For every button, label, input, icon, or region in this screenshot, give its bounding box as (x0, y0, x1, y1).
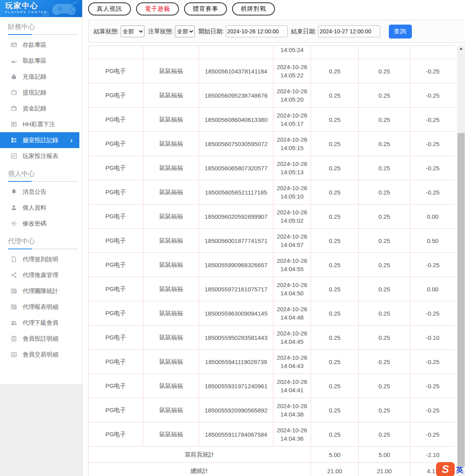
bet-amount-cell: 0.25 (311, 253, 359, 277)
bet-time-cell: 2024-10-2614:05:02 (273, 204, 311, 229)
sidebar-item[interactable]: 取款專區 (0, 53, 82, 69)
sidebar-item-label: 會員投註明細 (23, 335, 58, 343)
sidebar-header: 玩家中心 PLAYERS CENTER (0, 0, 82, 17)
sidebar-item[interactable]: 代理下級會員 (0, 315, 82, 331)
search-button[interactable]: 查詢 (389, 25, 412, 39)
bet-amount-cell: 0.25 (311, 374, 359, 398)
valid-bet-cell: 0.25 (359, 204, 410, 229)
bet-amount-cell: 0.25 (311, 156, 359, 180)
sidebar-item[interactable]: 會員投註明細 (0, 331, 82, 347)
provider-cell: PG电子 (88, 204, 143, 229)
valid-bet-cell: 0.25 (359, 350, 410, 374)
sidebar-item[interactable]: 會員交易明細 (0, 347, 82, 362)
bet-id-cell: 1850056104378141184 (199, 59, 273, 83)
provider-cell: PG电子 (88, 277, 143, 301)
scroll-up-icon (459, 48, 463, 50)
start-date-input[interactable] (226, 25, 288, 37)
sidebar-item[interactable]: 個人資料 (0, 200, 82, 216)
win-loss-cell: 0.50 (410, 229, 455, 253)
bet-date: 2024-10-26 (273, 63, 311, 71)
win-loss-cell: -0.25 (410, 108, 455, 132)
sidebar-item[interactable]: 代理報表明細 (0, 299, 82, 315)
valid-bet-cell: 0.25 (359, 180, 410, 204)
game-cell: 鼠鼠福福 (143, 422, 199, 447)
sidebar-item[interactable]: 資金記錄 (0, 100, 82, 116)
valid-bet-cell: 0.25 (359, 83, 410, 108)
tab-1[interactable]: 電子遊藝 (136, 2, 179, 15)
betlist-icon (11, 137, 17, 143)
bet-date: 2024-10-26 (273, 256, 311, 265)
bet-records-body: 14:05:24PG电子鼠鼠福福18500561043781411842024-… (88, 46, 455, 476)
win-loss-cell: -0.25 (410, 59, 455, 83)
provider-cell: PG电子 (88, 422, 143, 447)
settle-status-select[interactable]: 全部 (121, 25, 144, 37)
sidebar-item[interactable]: 提現記錄 (0, 85, 82, 100)
sidebar-item-label: 充值記錄 (23, 73, 46, 81)
summary-row: 當前頁統計5.005.00-2.10 (88, 447, 455, 463)
win-loss-cell: -0.25 (410, 83, 455, 108)
valid-bet-cell: 0.25 (359, 326, 410, 350)
win-loss-cell: -0.25 (410, 422, 455, 447)
end-date-input[interactable] (318, 25, 380, 37)
funds-icon (11, 105, 17, 112)
bet-id-cell: 1850056095238748676 (199, 83, 273, 108)
sidebar-item[interactable]: 修改密碼 (0, 216, 82, 231)
provider-cell: PG电子 (88, 59, 143, 83)
scroll-up-button[interactable] (457, 46, 465, 52)
win-loss-cell: -0.25 (410, 350, 455, 374)
sidebar-item[interactable]: 存款專區 (0, 37, 82, 53)
sidebar-item[interactable]: 代理推廣管理 (0, 267, 82, 283)
sidebar-item-label: 代理報表明細 (23, 303, 58, 311)
bet-id-cell: 1850056020592699907 (199, 204, 273, 229)
bet-amount-cell: 0.25 (311, 350, 359, 374)
section-title: 代理中心 (0, 231, 82, 249)
bet-id-cell: 1850055950283581443 (199, 326, 273, 350)
table-row: PG电子鼠鼠福福18500559502835814432024-10-2614:… (88, 326, 455, 350)
sidebar-item[interactable]: HH彩票下注 (0, 116, 82, 132)
tab-3[interactable]: 棋牌對戰 (232, 2, 275, 15)
table-cell (199, 46, 273, 59)
sidebar-item[interactable]: 玩家投注報表 (0, 148, 82, 164)
bet-date: 2024-10-26 (273, 305, 311, 313)
vertical-scrollbar[interactable] (457, 46, 465, 476)
valid-bet-cell: 0.25 (359, 59, 410, 83)
bet-time-cell: 2024-10-2614:05:20 (273, 83, 311, 108)
bet-time: 14:05:22 (273, 71, 311, 79)
table-row: PG电子鼠鼠福福18500561043781411842024-10-2614:… (88, 59, 455, 83)
end-date-label: 結束日期: (291, 28, 317, 35)
order-status-select[interactable]: 全部 (175, 25, 195, 37)
bet-time-cell: 2024-10-2614:04:41 (273, 374, 311, 398)
sidebar-item[interactable]: 廳室投註記錄› (0, 132, 79, 148)
provider-cell: PG电子 (88, 350, 143, 374)
summary-label-cell: 總統計 (88, 463, 311, 476)
tab-2[interactable]: 體育賽事 (184, 2, 227, 15)
sidebar-item[interactable]: 消息公告 (0, 184, 82, 200)
bet-time-cell: 2024-10-2614:04:45 (273, 326, 311, 350)
valid-bet-cell: 0.25 (359, 229, 410, 253)
section-divider (8, 34, 78, 35)
win-loss-cell: -0.25 (410, 398, 455, 422)
tab-0[interactable]: 真人視訊 (88, 2, 131, 15)
bet-time-cell: 2024-10-2614:04:57 (273, 229, 311, 253)
lottery-icon (11, 121, 17, 127)
summary-valid-cell: 21.00 (359, 463, 410, 476)
sidebar-item[interactable]: 代理規則說明 (0, 251, 82, 267)
summary-bet-cell: 5.00 (311, 447, 359, 463)
provider-cell: PG电子 (88, 132, 143, 156)
sidebar-item[interactable]: ¥充值記錄 (0, 69, 82, 85)
bet-records-table-wrap: 14:05:24PG电子鼠鼠福福18500561043781411842024-… (88, 46, 455, 476)
scrollbar-thumb[interactable] (457, 133, 465, 466)
ime-overlay[interactable]: S 英 (436, 462, 463, 476)
bet-time: 14:05:02 (273, 216, 311, 225)
sidebar-item-label: HH彩票下注 (23, 121, 55, 128)
sidebar-item-label: 代理下級會員 (23, 319, 58, 327)
sogou-ime-icon[interactable]: S (436, 462, 455, 476)
section-title: 個人中心 (0, 164, 82, 181)
game-cell: 鼠鼠福福 (143, 398, 199, 422)
provider-cell: PG电子 (88, 374, 143, 398)
bet-time-cell: 2024-10-2614:05:22 (273, 59, 311, 83)
valid-bet-cell: 0.25 (359, 398, 410, 422)
bet-date: 2024-10-26 (273, 232, 311, 241)
table-row: PG电子鼠鼠福福18500560658073205772024-10-2614:… (88, 156, 455, 180)
sidebar-item[interactable]: 代理團隊統計 (0, 283, 82, 299)
